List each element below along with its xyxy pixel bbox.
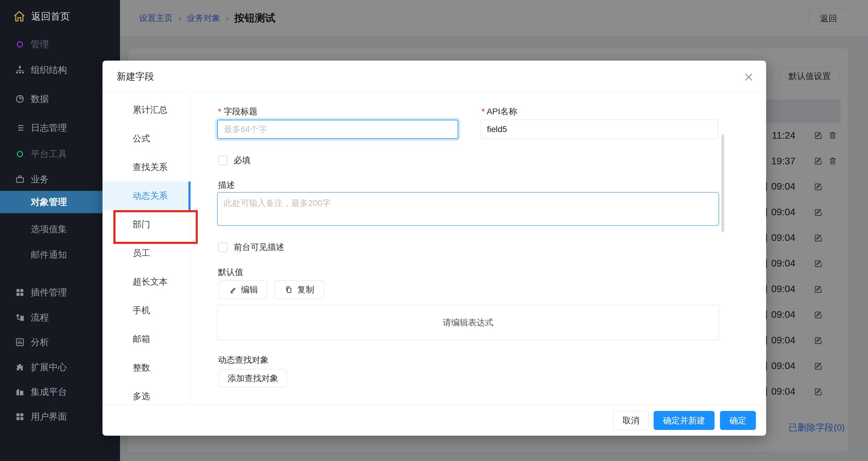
puzzle-icon [14, 361, 26, 373]
field-type-整数[interactable]: 整数 [102, 354, 190, 382]
sidebar-item-label: 选项值集 [31, 223, 67, 236]
sidebar-item-label: 扩展中心 [31, 361, 67, 374]
sidebar-item-2[interactable]: 数据 [0, 88, 120, 110]
field-type-手机[interactable]: 手机 [102, 296, 190, 325]
log-list-icon [14, 122, 26, 134]
front-visible-label: 前台可见描述 [234, 242, 284, 253]
field-type-公式[interactable]: 公式 [102, 124, 190, 153]
field-type-label: 累计汇总 [133, 104, 167, 116]
api-name-label: API名称 [482, 106, 517, 117]
field-type-部门[interactable]: 部门 [102, 210, 190, 239]
selected-indicator-bar [188, 182, 190, 210]
sidebar-home-label: 返回首页 [31, 10, 70, 23]
description-label: 描述 [218, 179, 235, 191]
pencil-icon [228, 285, 237, 294]
modal-title: 新建字段 [117, 70, 154, 83]
grid-icon [14, 411, 26, 423]
field-type-累计汇总[interactable]: 累计汇总 [102, 96, 190, 124]
default-value-label: 默认值 [218, 267, 243, 278]
sidebar: 返回首页 管理组织结构数据日志管理平台工具业务对象管理选项值集邮件通知插件管理流… [0, 0, 120, 461]
close-icon[interactable] [742, 70, 755, 84]
sidebar-item-label: 插件管理 [31, 286, 67, 299]
org-chart-icon [14, 64, 26, 76]
required-checkbox-row[interactable]: 必填 [218, 155, 251, 166]
copy-icon [285, 285, 293, 294]
sidebar-home[interactable]: 返回首页 [0, 5, 120, 28]
sidebar-item-9[interactable]: 插件管理 [0, 281, 120, 304]
app-root: 返回首页 管理组织结构数据日志管理平台工具业务对象管理选项值集邮件通知插件管理流… [0, 0, 868, 461]
field-title-input[interactable] [217, 120, 458, 139]
sidebar-item-label: 组织结构 [31, 64, 67, 76]
sidebar-item-label: 集成平台 [31, 386, 67, 398]
front-visible-checkbox[interactable] [218, 242, 228, 252]
required-checkbox[interactable] [218, 156, 228, 165]
front-visible-checkbox-row[interactable]: 前台可见描述 [218, 242, 284, 253]
sidebar-item-11[interactable]: 分析 [0, 331, 120, 354]
sidebar-item-label: 分析 [31, 336, 49, 348]
sidebar-item-10[interactable]: 流程 [0, 306, 120, 329]
sidebar-item-6[interactable]: 对象管理 [0, 191, 120, 213]
sidebar-item-label: 业务 [31, 173, 49, 186]
building-icon [14, 386, 26, 398]
field-type-动态关系-selected[interactable]: 动态关系 [102, 182, 190, 210]
field-type-label: 多选 [133, 391, 150, 402]
home-icon [12, 9, 27, 24]
sidebar-item-4[interactable]: 平台工具 [0, 143, 120, 165]
field-type-label: 公式 [133, 133, 150, 145]
sidebar-item-label: 流程 [31, 311, 49, 324]
sidebar-item-label: 管理 [31, 38, 49, 51]
field-type-多选[interactable]: 多选 [102, 382, 190, 405]
field-type-label: 超长文本 [133, 276, 167, 288]
sidebar-item-13[interactable]: 集成平台 [0, 381, 120, 403]
new-field-modal: 新建字段 累计汇总公式查找关系动态关系部门员工超长文本手机邮箱整数多选 字段标题… [102, 61, 766, 436]
dynamic-lookup-label: 动态查找对象 [218, 354, 269, 366]
modal-body: 累计汇总公式查找关系动态关系部门员工超长文本手机邮箱整数多选 字段标题 API名… [102, 93, 766, 405]
sidebar-item-0[interactable]: 管理 [0, 33, 120, 56]
edit-button-label: 编辑 [241, 284, 258, 296]
briefcase-icon [14, 173, 26, 185]
ring-green-icon [14, 148, 26, 160]
sidebar-item-3[interactable]: 日志管理 [0, 117, 120, 139]
api-name-input[interactable] [480, 120, 718, 139]
confirm-and-new-button[interactable]: 确定并新建 [654, 411, 715, 430]
sidebar-item-label: 用户界面 [31, 411, 67, 423]
field-type-list: 累计汇总公式查找关系动态关系部门员工超长文本手机邮箱整数多选 [102, 93, 191, 405]
copy-button-label: 复制 [297, 284, 314, 296]
sidebar-item-8[interactable]: 邮件通知 [0, 244, 120, 266]
confirm-button[interactable]: 确定 [720, 411, 756, 430]
field-type-label: 动态关系 [133, 190, 167, 202]
description-textarea[interactable] [217, 192, 719, 226]
field-type-邮箱[interactable]: 邮箱 [102, 325, 190, 354]
cancel-button[interactable]: 取消 [613, 411, 649, 430]
field-type-label: 邮箱 [133, 333, 150, 345]
sidebar-item-label: 邮件通知 [31, 249, 67, 261]
modal-header: 新建字段 [102, 61, 766, 93]
ring-purple-icon [14, 38, 26, 50]
field-type-label: 手机 [133, 305, 150, 316]
sidebar-item-label: 平台工具 [31, 148, 67, 160]
field-type-label: 查找关系 [133, 161, 167, 173]
sidebar-item-label: 数据 [31, 93, 49, 105]
pie-chart-icon [14, 93, 26, 105]
sidebar-item-14[interactable]: 用户界面 [0, 405, 120, 428]
field-type-label: 员工 [133, 247, 150, 259]
sidebar-item-label: 日志管理 [31, 122, 67, 134]
edit-expression-button[interactable]: 编辑 [219, 280, 267, 299]
field-type-label: 部门 [133, 219, 150, 230]
expression-box[interactable]: 请编辑表达式 [217, 305, 719, 340]
modal-footer: 取消 确定并新建 确定 [102, 405, 766, 436]
sidebar-item-label: 对象管理 [31, 196, 67, 208]
sidebar-item-5[interactable]: 业务 [0, 168, 120, 190]
sidebar-item-12[interactable]: 扩展中心 [0, 356, 120, 378]
field-type-超长文本[interactable]: 超长文本 [102, 268, 190, 296]
sidebar-item-1[interactable]: 组织结构 [0, 59, 120, 81]
modal-scrollbar-thumb[interactable] [721, 134, 724, 232]
field-type-查找关系[interactable]: 查找关系 [102, 153, 190, 182]
field-type-员工[interactable]: 员工 [102, 239, 190, 268]
required-label: 必填 [234, 155, 251, 166]
sidebar-item-7[interactable]: 选项值集 [0, 218, 120, 240]
field-title-label: 字段标题 [218, 106, 257, 117]
copy-expression-button[interactable]: 复制 [275, 280, 324, 299]
bar-chart-icon [14, 336, 26, 348]
add-lookup-object-button[interactable]: 添加查找对象 [219, 369, 287, 388]
